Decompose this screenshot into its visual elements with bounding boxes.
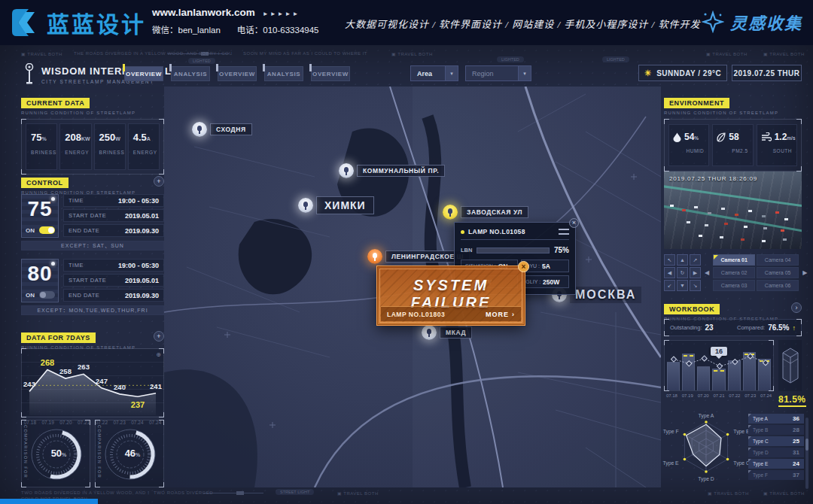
metric-card: 4.5AENERGY xyxy=(128,123,160,170)
time-row: TIME19:00 - 05:30 xyxy=(63,194,164,207)
map-pin-skhodnya[interactable]: СХОДНЯ xyxy=(192,122,252,137)
cube-icon xyxy=(781,345,800,386)
lanlan-logo-icon xyxy=(9,8,41,38)
panel-title-chip: CONTROL xyxy=(21,178,69,188)
close-icon[interactable]: × xyxy=(518,261,529,272)
tab-overview-1[interactable]: OVERVIEW xyxy=(124,66,163,81)
map-pin-zavodskaya[interactable]: ЗАВОДСКАЯ УЛ xyxy=(443,205,528,220)
decor-checkbox-text: ▣ TRAVEL BOTH xyxy=(763,490,805,496)
pin-label: МОСКВА xyxy=(570,287,641,303)
lamp-pin-icon xyxy=(443,205,458,220)
close-icon[interactable]: × xyxy=(569,218,579,228)
svg-text:237: 237 xyxy=(131,400,145,409)
power-toggle[interactable] xyxy=(39,291,55,299)
right-scrollbar-thumb[interactable] xyxy=(805,439,808,451)
tab-overview-3[interactable]: OVERVIEW xyxy=(311,66,350,81)
collect-block[interactable]: 灵感收集 xyxy=(702,10,802,34)
type-row-b[interactable]: Type B28 xyxy=(748,425,804,435)
expand-workbook-button[interactable]: › xyxy=(791,302,802,313)
pan-up-left-button[interactable]: ↖ xyxy=(664,254,675,266)
system-failure-popup: × SYSTEM FAILURE LAMP NO.L01803 MORE› xyxy=(376,266,525,326)
tab-analysis-2[interactable]: ANALYSIS xyxy=(264,66,303,81)
metric-card: 208KWENERGY xyxy=(59,123,91,170)
decor-poem-bottom: TWO ROADS DIVERGED IN A YELLOW WOOD, AND… xyxy=(21,490,149,495)
video-timestamp: 2019.07.25 THUR 18:26:09 xyxy=(669,175,757,182)
date-widget: 2019.07.25 THUR xyxy=(732,65,802,81)
lamp-pin-icon xyxy=(339,163,354,178)
svg-text:258: 258 xyxy=(59,367,72,375)
pan-down-right-button[interactable]: ↘ xyxy=(690,280,701,291)
lamp-pin-icon xyxy=(422,325,437,340)
camera-feed[interactable]: 2019.07.25 THUR 18:26:09 xyxy=(664,172,802,249)
comparison-gauge-1: COMPARISON FOR 50% xyxy=(21,420,90,487)
trend-up-icon: ↑ xyxy=(793,324,796,332)
camera-item-1[interactable]: Camera 01 xyxy=(713,254,755,266)
dashboard: ▣ TRAVEL BOTH THE ROADS DIVERGED IN A YE… xyxy=(0,45,813,504)
streetlamp-icon xyxy=(24,63,35,86)
failure-lamp-id: LAMP NO.L01803 xyxy=(387,311,445,318)
svg-text:Type F: Type F xyxy=(663,429,679,435)
total-cube xyxy=(778,340,802,391)
pan-left-button[interactable]: ◀ xyxy=(664,267,675,278)
camera-item-6[interactable]: Camera 06 xyxy=(757,280,799,291)
end-date-row: END DATE2019.09.30 xyxy=(63,224,164,237)
tab-bar: OVERVIEW ANALYSIS OVERVIEW ANALYSIS OVER… xyxy=(124,66,350,81)
svg-text:263: 263 xyxy=(78,363,90,371)
svg-text:Type E: Type E xyxy=(662,460,679,466)
tab-overview-2[interactable]: OVERVIEW xyxy=(218,66,257,81)
start-date-row: START DATE2019.05.01 xyxy=(63,209,164,222)
decor-checkbox-text: ▣ TRAVEL BOTH xyxy=(706,51,748,56)
chevron-down-icon: ▾ xyxy=(518,66,531,80)
gauge-value: 46 xyxy=(125,448,136,459)
lamp-pin-icon xyxy=(192,122,207,137)
type-row-a[interactable]: Type A36 xyxy=(748,414,804,424)
tab-analysis-1[interactable]: ANALYSIS xyxy=(171,66,210,81)
prev-cameras-arrow[interactable]: ◀ xyxy=(705,269,709,276)
pan-down-button[interactable]: ▼ xyxy=(677,280,688,291)
area-dropdown[interactable]: Area▾ xyxy=(410,65,458,81)
wind-icon xyxy=(761,132,772,141)
filter-sliders-icon[interactable] xyxy=(559,228,569,235)
region-dropdown[interactable]: Region▾ xyxy=(465,65,531,81)
type-row-e[interactable]: Type E24 xyxy=(748,459,804,469)
city-map[interactable]: СХОДНЯ КОММУНАЛЬНЫЙ ПР. ХИМКИ ЗАВОДСКАЯ … xyxy=(164,87,661,487)
map-pin-khimki[interactable]: ХИМКИ xyxy=(298,196,374,214)
map-pin-kommunalny[interactable]: КОММУНАЛЬНЫЙ ПР. xyxy=(339,163,445,178)
pan-up-right-button[interactable]: ↗ xyxy=(690,254,701,266)
camera-item-5[interactable]: Camera 05 xyxy=(757,267,799,278)
reset-view-button[interactable]: ↻ xyxy=(677,267,688,278)
next-cameras-arrow[interactable]: ▶ xyxy=(802,269,807,276)
type-row-f[interactable]: Type F37 xyxy=(748,470,804,480)
svg-text:Type C: Type C xyxy=(733,460,750,466)
lamp-dot-icon xyxy=(51,197,55,201)
droplet-icon xyxy=(673,132,681,142)
add-chart-button[interactable]: + xyxy=(154,331,164,342)
env-card-wind: 1.2m/s SOUTH xyxy=(757,124,797,166)
camera-item-4[interactable]: Camera 04 xyxy=(757,254,799,266)
map-pin-mkad[interactable]: МКАД xyxy=(422,325,472,340)
except-bar: EXCEPT：MON,TUE,WED,THUR,FRI xyxy=(21,305,164,315)
panel-title-chip: WORKBOOK xyxy=(664,304,720,314)
power-toggle[interactable] xyxy=(39,226,55,234)
camera-item-2[interactable]: Camera 02 xyxy=(713,267,755,278)
env-card-humidity: 54% HUMID xyxy=(668,124,709,166)
collect-label: 灵感收集 xyxy=(730,10,802,34)
leaf-icon xyxy=(717,132,726,142)
lighted-chip: LIGHTED xyxy=(497,56,524,62)
website-link[interactable]: www.lanlanwork.com xyxy=(152,7,255,18)
type-list: Type A36 Type B28 Type C25 Type D31 Type… xyxy=(748,414,804,480)
control-panel: CONTROL + RUNNING CONDITION OF STREETLAM… xyxy=(21,175,164,317)
add-schedule-button[interactable]: + xyxy=(154,176,164,187)
camera-item-3[interactable]: Camera 03 xyxy=(713,280,755,291)
type-row-d[interactable]: Type D31 xyxy=(748,448,804,457)
pan-down-left-button[interactable]: ↙ xyxy=(664,280,675,291)
date-text: 2019.07.25 THUR xyxy=(733,69,799,77)
pan-right-button[interactable]: ▶ xyxy=(690,267,701,278)
lamp-id: LAMP NO.L01058 xyxy=(468,228,555,235)
wechat-label: 微信：ben_lanlan xyxy=(152,23,221,35)
camera-list: Camera 01 Camera 04 Camera 02 Camera 05 … xyxy=(713,254,799,291)
type-row-c[interactable]: Type C25 xyxy=(748,436,804,446)
pan-up-button[interactable]: ▲ xyxy=(677,254,688,266)
more-button[interactable]: MORE› xyxy=(486,311,515,318)
logo-text: 蓝蓝设计 xyxy=(47,6,146,39)
